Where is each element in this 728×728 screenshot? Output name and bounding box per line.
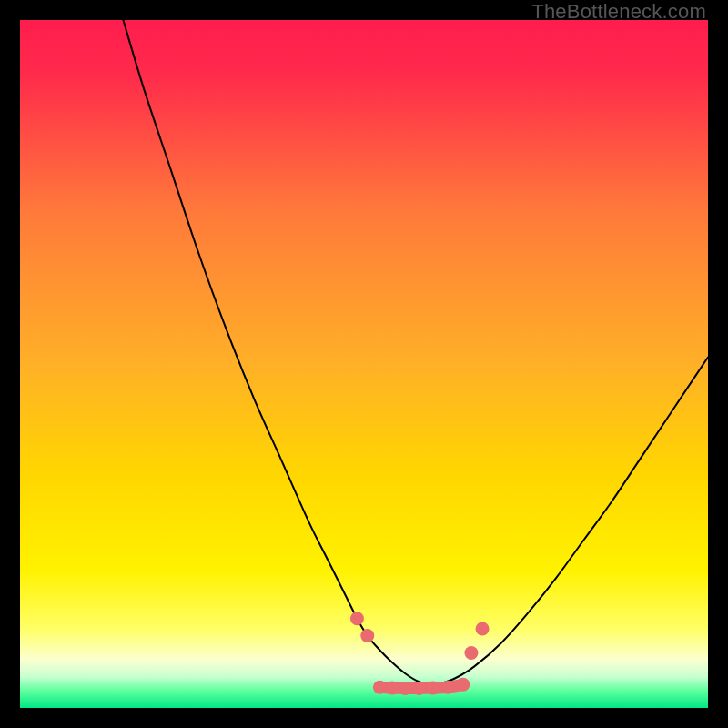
highlight-dot	[399, 682, 412, 695]
highlight-dot	[441, 681, 455, 694]
highlight-dot	[464, 646, 478, 660]
highlight-dot	[426, 682, 440, 695]
bottleneck-chart	[20, 20, 708, 708]
highlight-dot	[476, 622, 490, 636]
highlight-dot	[360, 629, 374, 642]
watermark-text: TheBottleneck.com	[531, 0, 706, 24]
highlight-dot	[412, 682, 426, 695]
curve-left-curve	[123, 20, 432, 686]
highlight-dot	[373, 681, 387, 694]
chart-frame	[20, 20, 708, 708]
highlight-dot	[385, 682, 399, 695]
curve-right-curve	[433, 357, 708, 685]
highlight-dot	[350, 612, 364, 625]
highlight-dot	[456, 678, 470, 692]
